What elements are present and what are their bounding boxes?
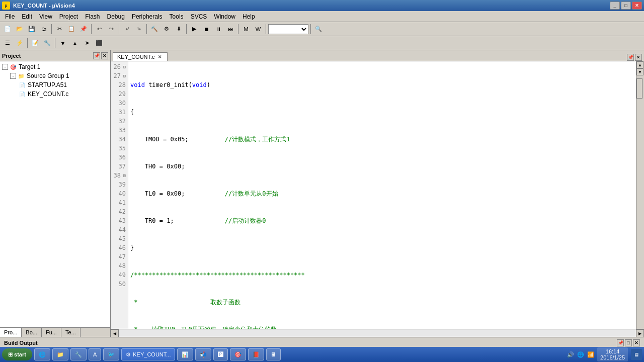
scroll-right-btn[interactable]: ▶ xyxy=(636,329,644,337)
download-btn[interactable]: ⬇ xyxy=(173,24,184,35)
menu-view[interactable]: View xyxy=(36,12,55,21)
menu-project[interactable]: Project xyxy=(56,12,81,21)
scroll-thumb[interactable] xyxy=(636,78,642,99)
t2-btn5[interactable]: ▼ xyxy=(57,38,68,49)
menu-svcs[interactable]: SVCS xyxy=(188,12,210,21)
redo-btn[interactable]: ↪ xyxy=(106,24,117,35)
title-bar: µ KEY_COUNT - µVision4 _ □ ✕ xyxy=(0,0,644,11)
vertical-scrollbar[interactable]: ▲ ▼ xyxy=(636,61,644,329)
main-area: Project 📌 ✕ - 🎯 Target 1 - 📁 Source Grou… xyxy=(0,50,644,337)
new-btn[interactable]: 📄 xyxy=(2,24,13,35)
taskbar-app-12[interactable]: 🖩 xyxy=(266,348,281,360)
paste-btn[interactable]: 📌 xyxy=(78,24,89,35)
save-all-btn[interactable]: 🗂 xyxy=(38,24,49,35)
ln-33: 33 xyxy=(111,126,128,135)
undo-btn[interactable]: ↩ xyxy=(94,24,105,35)
build-expand-btn[interactable]: □ xyxy=(625,339,632,346)
debug-step-btn[interactable]: ⏭ xyxy=(225,24,236,35)
t2-btn2[interactable]: ⚡ xyxy=(14,38,25,49)
menu-peripherals[interactable]: Peripherals xyxy=(129,12,166,21)
code-line-31: TR0 = 1; //启动计数器0 xyxy=(130,216,634,225)
expander-target1[interactable]: - xyxy=(2,64,8,70)
tree-item-startup[interactable]: 📄 STARTUP.A51 xyxy=(1,80,109,89)
t2-btn3[interactable]: 📝 xyxy=(30,38,41,49)
build-pin-btn[interactable]: 📌 xyxy=(617,339,624,346)
maximize-btn[interactable]: □ xyxy=(621,2,631,10)
build-all-btn[interactable]: ⚙ xyxy=(161,24,172,35)
scroll-up-btn[interactable]: ▲ xyxy=(636,61,643,68)
target-dropdown[interactable]: Target 1 xyxy=(268,24,308,34)
icon-startup: 📄 xyxy=(18,81,26,89)
tree-item-target1[interactable]: - 🎯 Target 1 xyxy=(1,62,109,71)
ln-40: 40 xyxy=(111,189,128,198)
sep4 xyxy=(146,24,147,34)
panel-close-btn[interactable]: ✕ xyxy=(101,52,108,59)
editor-tab-close[interactable]: ✕ xyxy=(157,54,163,60)
build-close-btn[interactable]: ✕ xyxy=(633,339,640,346)
editor-pin-btn[interactable]: 📌 xyxy=(627,54,634,61)
close-btn[interactable]: ✕ xyxy=(632,2,642,10)
tree-item-sourcegroup1[interactable]: - 📁 Source Group 1 xyxy=(1,71,109,80)
menu-flash[interactable]: Flash xyxy=(82,12,103,21)
tab-books[interactable]: Bo... xyxy=(22,328,42,337)
sep5 xyxy=(186,24,187,34)
editor-close-btn[interactable]: ✕ xyxy=(635,54,642,61)
menu-tools[interactable]: Tools xyxy=(167,12,187,21)
build-btn[interactable]: 🔨 xyxy=(149,24,160,35)
scroll-down-btn[interactable]: ▼ xyxy=(636,68,643,75)
menu-help[interactable]: Help xyxy=(239,12,258,21)
debug-stop-btn[interactable]: ⏹ xyxy=(201,24,212,35)
taskbar-app-11[interactable]: 📕 xyxy=(248,348,264,360)
menu-debug[interactable]: Debug xyxy=(104,12,128,21)
scroll-left-btn[interactable]: ◀ xyxy=(111,329,119,337)
ln-50: 50 xyxy=(111,280,128,289)
minimize-btn[interactable]: _ xyxy=(610,2,620,10)
open-btn[interactable]: 📂 xyxy=(14,24,25,35)
nav-btn[interactable]: ⤶ xyxy=(121,24,132,35)
tab-templates[interactable]: Te... xyxy=(61,328,80,337)
t2-btn8[interactable]: ⬛ xyxy=(94,38,105,49)
taskbar-app-5[interactable]: 🐦 xyxy=(103,348,119,360)
taskbar-app-3[interactable]: 🔧 xyxy=(70,348,87,360)
search-btn[interactable]: 🔍 xyxy=(313,24,324,35)
taskbar-app-7[interactable]: 📊 xyxy=(177,348,193,360)
save-btn[interactable]: 💾 xyxy=(26,24,37,35)
clock[interactable]: 16:14 2016/1/25 xyxy=(597,347,628,361)
mem-btn[interactable]: M xyxy=(240,24,252,35)
menu-file[interactable]: File xyxy=(2,12,18,21)
watch-btn[interactable]: W xyxy=(253,24,264,35)
taskbar-app-keil[interactable]: ⚙ KEY_COUNT... xyxy=(121,348,175,360)
ln-46: 46 xyxy=(111,243,128,252)
t2-btn6[interactable]: ▲ xyxy=(69,38,80,49)
taskbar-app-folder[interactable]: 📁 xyxy=(52,348,68,360)
clock-time: 16:14 xyxy=(600,348,625,354)
taskbar-app-ie[interactable]: 🌐 xyxy=(34,348,50,360)
code-content[interactable]: void timer0_init(void) { TMOD = 0x05; //… xyxy=(128,61,636,329)
menu-edit[interactable]: Edit xyxy=(19,12,35,21)
sep-t2-1 xyxy=(27,38,28,48)
tree-item-keycount[interactable]: 📄 KEY_COUNT.c xyxy=(1,89,109,99)
debug-start-btn[interactable]: ▶ xyxy=(189,24,200,35)
panel-header-buttons: 📌 ✕ xyxy=(93,52,108,59)
editor-tab-filename: KEY_COUNT.c xyxy=(117,54,155,60)
editor-tab-keycount[interactable]: KEY_COUNT.c ✕ xyxy=(113,52,168,61)
t2-btn4[interactable]: 🔧 xyxy=(42,38,53,49)
taskbar-app-4[interactable]: A xyxy=(89,348,101,360)
tab-functions[interactable]: Fu... xyxy=(42,328,61,337)
debug-run-btn[interactable]: ⏸ xyxy=(213,24,224,35)
show-desktop-btn[interactable]: 🖥 xyxy=(631,349,642,360)
nav-fwd-btn[interactable]: ⤷ xyxy=(133,24,144,35)
expander-sourcegroup1[interactable]: - xyxy=(10,73,16,79)
taskbar-app-8[interactable]: 📬 xyxy=(195,348,211,360)
tray-icon-2: 🌐 xyxy=(577,351,584,358)
cut-btn[interactable]: ✂ xyxy=(54,24,65,35)
t2-btn7[interactable]: ➤ xyxy=(82,38,93,49)
copy-btn[interactable]: 📋 xyxy=(66,24,77,35)
menu-window[interactable]: Window xyxy=(211,12,238,21)
panel-pin-btn[interactable]: 📌 xyxy=(93,52,100,59)
taskbar-app-10[interactable]: 🎯 xyxy=(230,348,246,360)
t2-btn1[interactable]: ☰ xyxy=(2,38,13,49)
start-button[interactable]: ⊞ start xyxy=(2,348,32,360)
taskbar-app-9[interactable]: 🅿 xyxy=(213,348,228,360)
tab-project[interactable]: Pro... xyxy=(0,328,22,337)
